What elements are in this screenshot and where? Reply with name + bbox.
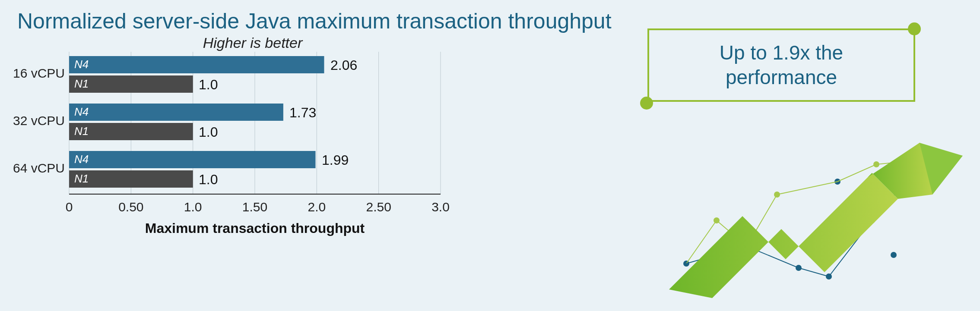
svg-text:3.0: 3.0: [431, 200, 450, 214]
category-label: 32 vCPU: [13, 113, 65, 128]
series-label: N4: [74, 153, 89, 166]
svg-point-25: [891, 252, 897, 258]
series-label: N1: [74, 172, 89, 185]
svg-text:1.0: 1.0: [184, 200, 202, 214]
chart-subtitle: Higher is better: [58, 35, 447, 51]
trend-arrow-icon: [643, 134, 963, 298]
series-label: N4: [74, 58, 89, 71]
svg-text:2.0: 2.0: [308, 200, 326, 214]
bar-n4-32: [69, 104, 283, 121]
series-label: N1: [74, 77, 89, 90]
category-label: 16 vCPU: [13, 66, 65, 80]
svg-text:1.50: 1.50: [242, 200, 267, 214]
callout-box: Up to 1.9x the performance: [647, 28, 915, 102]
callout-corner-dot: [908, 22, 921, 35]
x-axis-title: Maximum transaction throughput: [145, 220, 365, 236]
value-label: 1.73: [289, 105, 316, 120]
callout-corner-dot: [640, 97, 653, 110]
svg-marker-26: [669, 173, 898, 298]
svg-text:0: 0: [66, 200, 73, 214]
x-tick-labels: 0 0.50 1.0 1.50 2.0 2.50 3.0: [66, 200, 450, 214]
svg-text:0.50: 0.50: [118, 200, 143, 214]
value-label: 1.99: [322, 152, 349, 168]
bar-n4-64: [69, 151, 316, 168]
series-label: N1: [74, 125, 89, 138]
series-label: N4: [74, 105, 89, 118]
value-label: 1.0: [199, 124, 218, 140]
value-label: 1.0: [199, 77, 218, 92]
chart-title: Normalized server-side Java maximum tran…: [17, 9, 612, 34]
category-label: 64 vCPU: [13, 161, 65, 175]
bar-n4-16: [69, 56, 324, 73]
value-label: 2.06: [330, 57, 357, 73]
value-label: 1.0: [199, 172, 218, 187]
bar-chart: 16 vCPU N4 2.06 N1 1.0 32 vCPU N4 1.73 N…: [9, 52, 458, 298]
svg-text:2.50: 2.50: [366, 200, 391, 214]
